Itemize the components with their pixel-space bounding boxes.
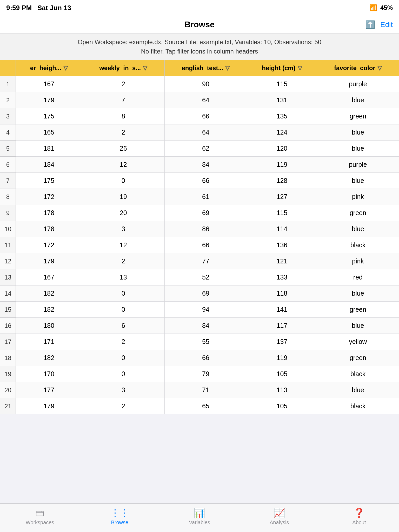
- row-number: 8: [0, 189, 16, 205]
- tab-analysis[interactable]: 📈 Analysis: [264, 508, 295, 526]
- cell-favorite_color: black: [317, 366, 399, 382]
- filter-icon-height-cm[interactable]: ▽: [298, 65, 302, 71]
- edit-button[interactable]: Edit: [380, 21, 393, 29]
- cell-english_test: 64: [164, 92, 247, 108]
- tab-about[interactable]: ❓ About: [343, 508, 375, 526]
- filter-icon-weekly[interactable]: ▽: [143, 65, 147, 71]
- cell-weekly_in_s: 2: [82, 76, 164, 92]
- cell-er_height: 182: [16, 302, 82, 318]
- cell-weekly_in_s: 0: [82, 302, 164, 318]
- cell-weekly_in_s: 2: [82, 398, 164, 414]
- cell-favorite_color: purple: [317, 157, 399, 173]
- tab-variables-label: Variables: [189, 520, 210, 526]
- cell-height_cm: 118: [247, 285, 317, 302]
- cell-favorite_color: blue: [317, 221, 399, 237]
- row-number: 20: [0, 382, 16, 398]
- cell-height_cm: 135: [247, 108, 317, 124]
- col-header-er-height[interactable]: er_heigh... ▽: [16, 60, 82, 76]
- filter-icon-fav-color[interactable]: ▽: [377, 65, 382, 71]
- cell-height_cm: 136: [247, 237, 317, 253]
- nav-title: Browse: [184, 20, 215, 29]
- table-row: 12179277121pink: [0, 253, 399, 269]
- cell-height_cm: 119: [247, 157, 317, 173]
- col-label-height-cm: height (cm): [262, 64, 295, 72]
- tab-about-label: About: [352, 520, 366, 526]
- row-number: 3: [0, 108, 16, 124]
- filter-icon-er-height[interactable]: ▽: [63, 65, 68, 71]
- cell-height_cm: 124: [247, 124, 317, 141]
- nav-actions: ⬆️ Edit: [365, 20, 393, 29]
- table-row: 14182069118blue: [0, 285, 399, 302]
- cell-weekly_in_s: 19: [82, 189, 164, 205]
- row-number: 4: [0, 124, 16, 141]
- cell-er_height: 172: [16, 189, 82, 205]
- cell-favorite_color: yellow: [317, 334, 399, 350]
- cell-weekly_in_s: 8: [82, 108, 164, 124]
- cell-height_cm: 131: [247, 92, 317, 108]
- cell-favorite_color: purple: [317, 76, 399, 92]
- table-row: 131671352133red: [0, 269, 399, 285]
- filter-icon-english[interactable]: ▽: [225, 65, 230, 71]
- tab-bar: 🗃 Workspaces ⋮⋮ Browse 📊 Variables 📈 Ana…: [0, 503, 399, 532]
- col-header-weekly[interactable]: weekly_in_s... ▽: [82, 60, 164, 76]
- cell-english_test: 94: [164, 302, 247, 318]
- cell-weekly_in_s: 0: [82, 366, 164, 382]
- cell-english_test: 52: [164, 269, 247, 285]
- row-number: 13: [0, 269, 16, 285]
- row-number: 1: [0, 76, 16, 92]
- cell-er_height: 179: [16, 253, 82, 269]
- info-line1: Open Workspace: example.dx, Source File:…: [5, 37, 394, 47]
- col-header-english[interactable]: english_test... ▽: [164, 60, 247, 76]
- cell-favorite_color: blue: [317, 382, 399, 398]
- cell-weekly_in_s: 7: [82, 92, 164, 108]
- row-num-header: [0, 60, 16, 76]
- cell-height_cm: 119: [247, 350, 317, 366]
- tab-browse[interactable]: ⋮⋮ Browse: [104, 508, 135, 526]
- row-number: 18: [0, 350, 16, 366]
- cell-height_cm: 105: [247, 398, 317, 414]
- data-table-container: er_heigh... ▽ weekly_in_s... ▽ english_t…: [0, 60, 399, 414]
- tab-workspaces[interactable]: 🗃 Workspaces: [24, 508, 56, 526]
- cell-weekly_in_s: 13: [82, 269, 164, 285]
- cell-weekly_in_s: 2: [82, 124, 164, 141]
- cell-er_height: 180: [16, 318, 82, 334]
- col-header-height-cm[interactable]: height (cm) ▽: [247, 60, 317, 76]
- cell-er_height: 167: [16, 76, 82, 92]
- table-row: 21179265105black: [0, 398, 399, 414]
- table-row: 17171255137yellow: [0, 334, 399, 350]
- cell-favorite_color: blue: [317, 124, 399, 141]
- browse-icon: ⋮⋮: [110, 508, 129, 518]
- cell-favorite_color: blue: [317, 318, 399, 334]
- status-date: Sat Jun 13: [37, 4, 71, 12]
- cell-english_test: 77: [164, 253, 247, 269]
- cell-english_test: 69: [164, 285, 247, 302]
- cell-height_cm: 120: [247, 141, 317, 157]
- cell-er_height: 177: [16, 382, 82, 398]
- status-time: 9:59 PM: [6, 4, 32, 12]
- cell-favorite_color: green: [317, 205, 399, 221]
- row-number: 9: [0, 205, 16, 221]
- row-number: 2: [0, 92, 16, 108]
- row-number: 5: [0, 141, 16, 157]
- info-bar: Open Workspace: example.dx, Source File:…: [0, 34, 399, 60]
- cell-english_test: 66: [164, 173, 247, 189]
- cell-favorite_color: blue: [317, 285, 399, 302]
- col-header-fav-color[interactable]: favorite_color ▽: [317, 60, 399, 76]
- table-row: 111721266136black: [0, 237, 399, 253]
- tab-variables[interactable]: 📊 Variables: [184, 508, 215, 526]
- row-number: 7: [0, 173, 16, 189]
- table-row: 81721961127pink: [0, 189, 399, 205]
- cell-favorite_color: blue: [317, 92, 399, 108]
- cell-er_height: 179: [16, 398, 82, 414]
- share-icon[interactable]: ⬆️: [365, 20, 375, 29]
- tab-browse-label: Browse: [111, 520, 128, 526]
- status-bar: 9:59 PM Sat Jun 13 📶 45%: [0, 0, 399, 16]
- cell-er_height: 165: [16, 124, 82, 141]
- cell-favorite_color: blue: [317, 173, 399, 189]
- cell-english_test: 55: [164, 334, 247, 350]
- cell-weekly_in_s: 26: [82, 141, 164, 157]
- row-number: 16: [0, 318, 16, 334]
- cell-er_height: 184: [16, 157, 82, 173]
- cell-favorite_color: pink: [317, 253, 399, 269]
- table-row: 19170079105black: [0, 366, 399, 382]
